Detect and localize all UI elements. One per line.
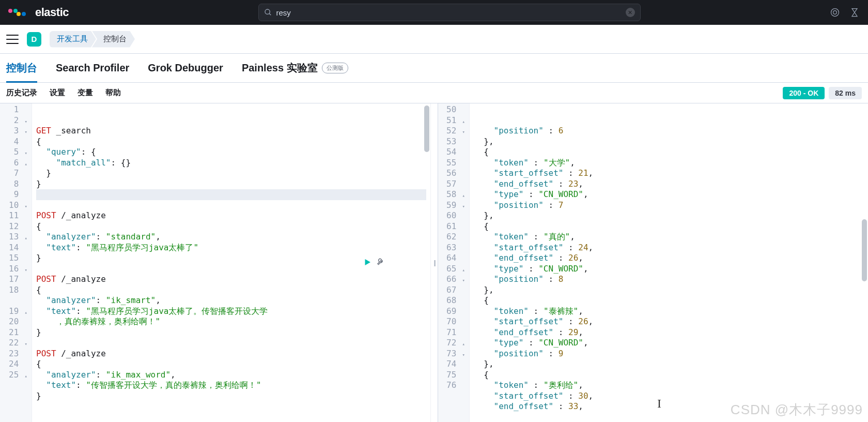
code-line[interactable]: { [36,137,426,147]
breadcrumb: 开发工具 控制台 [50,31,135,48]
code-line[interactable]: POST /_analyze [36,210,426,221]
code-line[interactable]: "text": "黑马程序员学习java太棒了。传智播客开设大学 ，真的泰裤辣，… [36,306,426,327]
code-line[interactable]: POST /_analyze [36,274,426,285]
code-line[interactable]: }, [474,359,864,370]
code-line[interactable]: } [36,391,426,402]
toolbar-history[interactable]: 历史记录 [6,88,37,98]
code-line[interactable]: "text": "传智播客开设大学，真的泰裤辣，奥利给啊！" [36,380,426,391]
clear-search-icon[interactable]: ✕ [626,8,635,17]
request-options-icon[interactable] [376,258,385,267]
beta-badge: 公测版 [322,63,348,73]
top-header: elastic ✕ [0,0,868,25]
crumb-devtools[interactable]: 开发工具 [50,31,96,48]
request-gutter: 1 2 ▾3 ▾4 5 ▾6 ▴7 8 9 10 ▾11 12 13 ▴14 1… [0,103,32,422]
code-line[interactable]: "position" : 8 [474,274,864,285]
help-icon[interactable] [849,7,860,18]
code-line[interactable]: "start_offset" : 30, [474,391,864,402]
toolbar-settings[interactable]: 设置 [50,88,65,98]
code-line[interactable]: "analyzer": "ik_max_word", [36,370,426,381]
code-line[interactable]: "match_all": {} [36,158,426,169]
code-line[interactable] [36,338,426,349]
svg-point-2 [831,9,839,17]
response-scrollbar[interactable] [862,106,867,420]
tab-painless-lab[interactable]: Painless 实验室 公测版 [242,54,348,82]
code-line[interactable]: } [36,168,426,179]
elastic-logo-icon [8,9,26,16]
request-editor[interactable]: GET _search{ "query": { "match_all": {} … [32,103,430,422]
code-line[interactable]: } [36,327,426,338]
code-line[interactable]: "token" : "奥利给", [474,380,864,391]
svg-point-0 [265,9,270,14]
code-line[interactable]: }, [474,285,864,296]
code-line[interactable]: "end_offset" : 26, [474,253,864,264]
request-pane[interactable]: 1 2 ▾3 ▾4 5 ▾6 ▴7 8 9 10 ▾11 12 13 ▴14 1… [0,103,430,422]
global-search[interactable]: ✕ [258,4,641,21]
code-line[interactable]: "analyzer": "standard", [36,232,426,243]
code-line[interactable] [36,200,426,211]
code-line[interactable]: "query": { [36,147,426,158]
tab-search-profiler[interactable]: Search Profiler [56,54,129,82]
editor-split: 1 2 ▾3 ▾4 5 ▾6 ▴7 8 9 10 ▾11 12 13 ▴14 1… [0,103,868,422]
code-line[interactable]: GET _search [36,126,426,137]
code-line[interactable]: "type" : "CN_WORD", [474,264,864,275]
nav-toggle-icon[interactable] [6,35,19,44]
code-line[interactable]: "position" : 9 [474,349,864,359]
code-line[interactable]: "end_offset" : 23, [474,179,864,190]
svg-point-3 [833,11,837,14]
code-line[interactable]: "token" : "大学", [474,158,864,169]
code-line[interactable]: } [36,179,426,190]
console-toolbar: 历史记录 设置 变量 帮助 200 - OK 82 ms [0,83,868,103]
code-line[interactable]: { [474,147,864,158]
code-line[interactable]: "end_offset" : 33, [474,401,864,412]
code-line[interactable]: "start_offset" : 24, [474,243,864,253]
code-line[interactable]: "token" : "真的", [474,232,864,243]
code-line[interactable]: "analyzer": "ik_smart", [36,295,426,306]
toolbar-help[interactable]: 帮助 [105,88,121,98]
code-line[interactable]: "position" : 7 [474,200,864,211]
response-status-badge: 200 - OK [783,87,825,99]
response-viewer[interactable]: "position" : 6 }, { "token" : "大学", "sta… [470,103,868,422]
code-line[interactable]: "start_offset" : 21, [474,168,864,179]
code-line[interactable]: "end_offset" : 29, [474,327,864,338]
crumb-console: 控制台 [92,31,135,48]
svg-line-1 [269,13,271,15]
code-line[interactable] [36,189,426,200]
code-line[interactable]: { [36,359,426,370]
pane-splitter[interactable]: || [430,103,438,422]
news-feed-icon[interactable] [830,7,840,18]
code-line[interactable]: { [36,221,426,232]
code-line[interactable]: "type" : "CN_WORD", [474,189,864,200]
tab-painless-label: Painless 实验室 [242,61,318,75]
response-time-badge: 82 ms [829,87,862,99]
space-badge[interactable]: D [27,32,41,47]
brand-text: elastic [35,6,69,19]
breadcrumb-bar: D 开发工具 控制台 [0,25,868,54]
request-scrollbar[interactable] [424,106,429,420]
devtools-tabs: 控制台 Search Profiler Grok Debugger Painle… [0,54,868,83]
code-line[interactable]: { [36,285,426,296]
search-input[interactable] [276,8,622,17]
code-line[interactable]: }, [474,210,864,221]
run-request-icon[interactable] [363,258,372,267]
code-line[interactable]: "type" : "CN_WORD", [474,338,864,349]
response-pane[interactable]: 50 51 ▴52 ▾53 54 55 56 57 58 ▴59 ▾60 61 … [438,103,868,422]
tab-grok-debugger[interactable]: Grok Debugger [148,54,223,82]
toolbar-variables[interactable]: 变量 [78,88,93,98]
response-gutter: 50 51 ▴52 ▾53 54 55 56 57 58 ▴59 ▾60 61 … [438,103,470,422]
code-line[interactable]: "text": "黑马程序员学习java太棒了" [36,243,426,253]
code-line[interactable]: { [474,295,864,306]
code-line[interactable]: POST /_analyze [36,349,426,359]
code-line[interactable]: { [474,221,864,232]
code-line[interactable]: "token" : "泰裤辣", [474,306,864,317]
code-line[interactable]: "position" : 6 [474,126,864,137]
code-line[interactable]: { [474,370,864,381]
search-icon [264,8,272,17]
code-line[interactable]: "start_offset" : 26, [474,317,864,327]
tab-console[interactable]: 控制台 [6,54,37,82]
code-line[interactable]: }, [474,137,864,147]
